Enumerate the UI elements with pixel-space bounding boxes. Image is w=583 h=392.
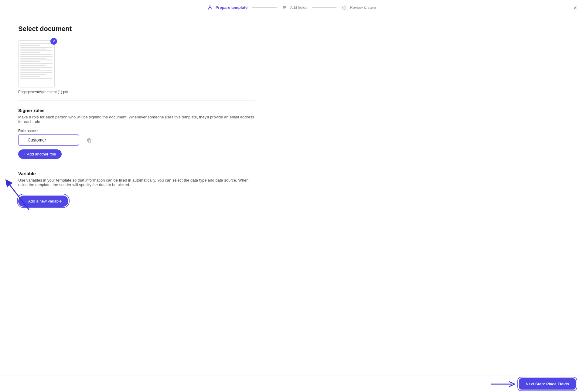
step-review-label: Review & save — [350, 5, 376, 10]
doc-line — [20, 78, 53, 79]
svg-rect-6 — [88, 138, 90, 139]
doc-line — [20, 54, 53, 55]
required-star: * — [36, 129, 38, 133]
doc-line — [20, 49, 46, 49]
close-button[interactable]: × — [573, 5, 577, 11]
doc-line — [20, 47, 53, 48]
role-name-label: Role name* — [18, 129, 79, 133]
add-variable-button-wrapper: + Add a new variable — [18, 192, 68, 207]
doc-line — [20, 43, 53, 44]
document-thumbnail — [18, 40, 55, 87]
doc-line — [20, 58, 46, 59]
remove-document-button[interactable]: × — [50, 38, 57, 45]
doc-line — [20, 56, 53, 57]
variable-section: Variable Use variables in your template … — [18, 171, 255, 207]
step-review-save[interactable]: Review & save — [341, 5, 376, 11]
fields-icon — [281, 5, 288, 11]
main-content: Select document × EngagementAgreem — [0, 15, 273, 216]
step-add-fields[interactable]: Add fields — [281, 5, 307, 11]
doc-line — [20, 74, 46, 75]
doc-line — [20, 61, 40, 62]
doc-line — [20, 67, 53, 68]
top-bar: Prepare template Add fields Review — [0, 0, 583, 15]
svg-rect-3 — [283, 9, 285, 9]
variable-title: Variable — [18, 171, 255, 176]
divider — [18, 100, 255, 101]
doc-line — [20, 50, 53, 51]
add-another-role-button[interactable]: + Add another role — [18, 149, 62, 159]
svg-rect-1 — [283, 6, 286, 7]
page-title: Select document — [18, 25, 255, 33]
doc-line — [20, 63, 53, 64]
signer-roles-title: Signer roles — [18, 108, 255, 113]
doc-line — [20, 76, 40, 77]
variable-description: Use variables in your template so that i… — [18, 178, 255, 187]
role-field-group: Role name* — [18, 129, 79, 146]
doc-line — [20, 70, 53, 71]
steps-nav: Prepare template Add fields Review — [7, 5, 576, 11]
doc-line — [20, 69, 40, 70]
doc-line — [20, 45, 40, 46]
signer-roles-section: Signer roles Make a role for each person… — [18, 108, 255, 169]
step-prepare-label: Prepare template — [216, 5, 248, 10]
role-input-wrapper — [18, 134, 79, 146]
person-icon — [207, 5, 213, 11]
step-prepare-template[interactable]: Prepare template — [207, 5, 248, 11]
document-filename: EngagementAgreement (1).pdf — [18, 90, 255, 94]
step-add-fields-label: Add fields — [290, 5, 307, 10]
doc-line — [20, 60, 53, 60]
add-new-variable-button[interactable]: + Add a new variable — [18, 196, 68, 207]
doc-line — [20, 52, 40, 53]
document-thumbnail-area: × — [18, 40, 55, 87]
doc-line — [20, 72, 53, 73]
role-name-input[interactable] — [18, 134, 79, 146]
svg-point-0 — [209, 6, 211, 8]
role-row: Role name* — [18, 129, 255, 146]
step-divider-1 — [252, 7, 277, 8]
signer-roles-description: Make a role for each person who will be … — [18, 115, 255, 124]
delete-role-button[interactable] — [84, 135, 95, 146]
svg-rect-2 — [283, 7, 286, 8]
step-divider-2 — [312, 7, 336, 8]
svg-point-4 — [343, 6, 346, 9]
check-icon — [341, 5, 347, 11]
doc-line — [20, 65, 46, 66]
